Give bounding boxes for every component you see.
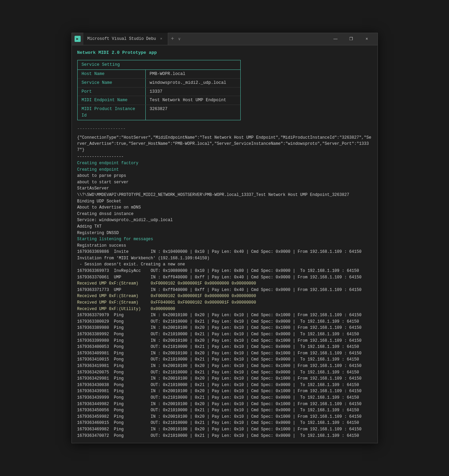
- row-key-midiproduct: MIDI Product Instance Id: [78, 105, 146, 120]
- table-row: Host Name PMB-WOPR.local: [78, 70, 240, 79]
- table-row: Port 13337: [78, 88, 240, 96]
- log-line: 1679363400053 Pong OUT: 0x21010000 | 0x2…: [77, 344, 372, 350]
- table-row: MIDI Product Instance Id 3263827: [78, 105, 240, 120]
- log-line: Binding UDP Socket: [77, 198, 372, 205]
- log-line: 1679363419981 Ping IN : 0x20010100 | 0x2…: [77, 363, 372, 369]
- window-close-button[interactable]: ×: [359, 33, 375, 45]
- main-window: ▶ Microsoft Visual Studio Debu × + ∨ — ❐…: [71, 33, 378, 443]
- log-line: 1679363410015 Pong OUT: 0x21010000 | 0x2…: [77, 356, 372, 363]
- settings-table: Service Setting Host Name PMB-WOPR.local…: [77, 60, 241, 120]
- log-line: 1679363420075 Pong OUT: 0x21010000 | 0x2…: [77, 369, 372, 376]
- log-line: 1679363399980 Ping IN : 0x20010100 | 0x2…: [77, 338, 372, 344]
- log-line: Creating dnssd instance: [77, 211, 372, 217]
- log-line: 1679363450056 Pong OUT: 0x21010000 | 0x2…: [77, 407, 372, 414]
- minimize-button[interactable]: —: [328, 33, 343, 45]
- log-line: 1679363460015 Pong OUT: 0x21010000 | 0x2…: [77, 420, 372, 426]
- log-line: 1679363379979 Ping IN : 0x20010100 | 0x2…: [77, 312, 372, 319]
- log-line: 1679363439999 Pong OUT: 0x21010000 | 0x2…: [77, 395, 372, 401]
- log-line: 1679363389980 Ping IN : 0x20010100 | 0x2…: [77, 325, 372, 331]
- table-row: MIDI Endpoint Name Test Network Host UMP…: [78, 96, 240, 105]
- active-tab[interactable]: Microsoft Visual Studio Debu ×: [83, 33, 168, 45]
- titlebar: ▶ Microsoft Visual Studio Debu × + ∨ — ❐…: [72, 33, 378, 45]
- log-line: -------------------: [77, 154, 372, 160]
- log-line: 1679363369886 Invite IN : 0x10400000 | 0…: [77, 249, 372, 255]
- row-val-port: 13337: [146, 88, 167, 96]
- log-line: Creating endpoint factory: [77, 160, 372, 167]
- row-key-hostname: Host Name: [78, 70, 146, 78]
- log-line: 1679363389992 Pong OUT: 0x21010000 | 0x2…: [77, 331, 372, 338]
- log-line: about to start server: [77, 179, 372, 186]
- log-line: Received UMP 0xF:(Utility) 0x00000000: [77, 306, 372, 312]
- log-line: 1679363380029 Pong OUT: 0x21010000 | 0x2…: [77, 319, 372, 325]
- add-tab-button[interactable]: +: [168, 36, 177, 42]
- console-content: Network MIDI 2.0 Prototype app Service S…: [72, 45, 378, 443]
- log-line: - Session doesn't exist. Creating a new …: [77, 261, 372, 268]
- row-key-midiendpoint: MIDI Endpoint Name: [78, 96, 146, 105]
- log-line: 1679363470072 Pong OUT: 0x21010000 | 0x2…: [77, 433, 372, 439]
- row-val-hostname: PMB-WOPR.local: [146, 70, 190, 78]
- log-line: About to Advertise on mDNS: [77, 204, 372, 211]
- row-key-servicename: Service Name: [78, 79, 146, 87]
- row-val-midiproduct: 3263827: [146, 105, 172, 120]
- row-val-servicename: windowsproto._midi2._udp.local: [146, 79, 230, 87]
- log-line: Registering DNSSD: [77, 230, 372, 236]
- log-line: StartAsServer: [77, 185, 372, 192]
- app-icon: ▶: [75, 36, 81, 42]
- tab-title: Microsoft Visual Studio Debu: [87, 36, 156, 41]
- maximize-button[interactable]: ❐: [343, 33, 359, 45]
- log-line: Received UMP 0xF:(Stream) 0xF0000102 0x0…: [77, 280, 372, 287]
- tab-dropdown-button[interactable]: ∨: [177, 36, 182, 42]
- app-title: Network MIDI 2.0 Prototype app: [77, 49, 372, 56]
- log-line: 1679363430038 Pong OUT: 0x21010000 | 0x2…: [77, 382, 372, 388]
- log-line: Adding TXT: [77, 224, 372, 230]
- log-line: about to parse props: [77, 173, 372, 179]
- log-output: -------------------Creating endpoint fac…: [77, 154, 372, 439]
- log-line: 1679363459982 Ping IN : 0x20010100 | 0x2…: [77, 414, 372, 420]
- log-line: Invitation from 'MIDI Workbench' (192.16…: [77, 255, 372, 262]
- log-line: Received UMP 0xF:(Stream) 0xFF040001 0xF…: [77, 300, 372, 306]
- log-line: Received UMP 0xF:(Stream) 0xF0000102 0x0…: [77, 293, 372, 300]
- row-key-port: Port: [78, 88, 146, 96]
- log-line: 1679363369973 InvReplyAcc OUT: 0x1008000…: [77, 268, 372, 274]
- table-row: Service Name windowsproto._midi2._udp.lo…: [78, 79, 240, 88]
- log-line: 1679363371773 UMP IN : 0xff040000 | 0xff…: [77, 287, 372, 293]
- log-line: 1679363429981 Ping IN : 0x20010100 | 0x2…: [77, 375, 372, 382]
- log-line: Starting listening for messages: [77, 236, 372, 243]
- json-output: {"ConnectionType":"HostServer","MidiEndp…: [77, 135, 372, 153]
- log-line: 1679363439981 Ping IN : 0x20010100 | 0x2…: [77, 388, 372, 395]
- log-line: 1679363409981 Ping IN : 0x20010100 | 0x2…: [77, 350, 372, 357]
- divider-top: -------------------: [77, 126, 372, 132]
- log-line: 1679363449982 Ping IN : 0x20010100 | 0x2…: [77, 401, 372, 408]
- log-line: Registration success: [77, 243, 372, 249]
- log-line: Creating endpoint: [77, 167, 372, 173]
- table-header: Service Setting: [78, 60, 240, 70]
- log-line: \\?\SWD\MMDEVAPI\PROTOTYPE_MIDI2_NETWORK…: [77, 192, 372, 198]
- log-line: 1679363370061 UMP IN : 0xff040000 | 0xff…: [77, 274, 372, 281]
- tab-close-button[interactable]: ×: [159, 36, 164, 42]
- row-val-midiendpoint: Test Network Host UMP Endpoint: [146, 96, 230, 105]
- window-controls: — ❐ ×: [328, 33, 375, 45]
- log-line: 1679363469982 Ping IN : 0x20010100 | 0x2…: [77, 426, 372, 433]
- log-line: Service: windowsproto._midi2._udp.local: [77, 217, 372, 224]
